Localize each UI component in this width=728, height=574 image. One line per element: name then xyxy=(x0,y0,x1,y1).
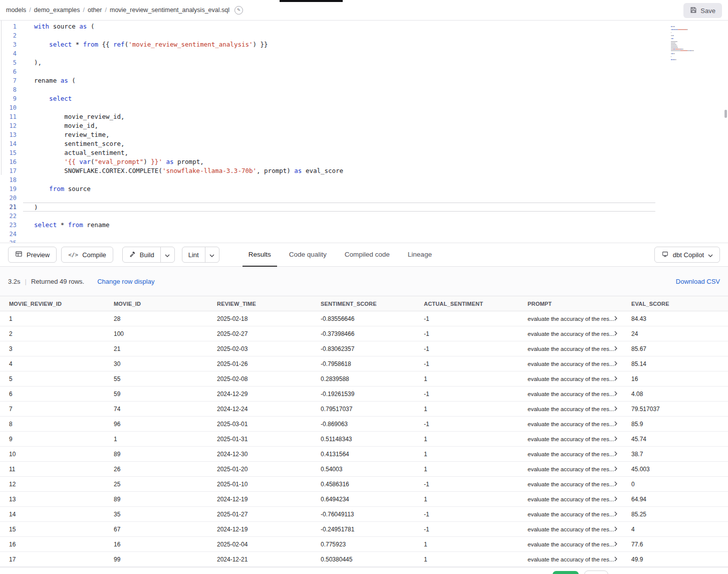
code-line[interactable] xyxy=(34,212,728,221)
column-header[interactable]: EVAL_SCORE xyxy=(622,296,728,311)
expand-cell-icon[interactable] xyxy=(614,330,617,337)
table-row[interactable]: 15672024-12-19-0.24951781-1evaluate the … xyxy=(0,522,728,537)
expand-cell-icon[interactable] xyxy=(614,526,617,533)
table-row[interactable]: 17992024-12-210.503804451evaluate the ac… xyxy=(0,552,728,567)
table-row[interactable]: 8962025-03-01-0.869063-1evaluate the acc… xyxy=(0,417,728,432)
expand-cell-icon[interactable] xyxy=(614,391,617,398)
table-row[interactable]: 3212025-02-03-0.83062357-1evaluate the a… xyxy=(0,341,728,356)
code-line[interactable]: ), xyxy=(34,58,728,67)
breadcrumb-demo-examples[interactable]: demo_examples xyxy=(34,7,80,14)
expand-cell-icon[interactable] xyxy=(614,481,617,488)
breadcrumb-models[interactable]: models xyxy=(6,7,26,14)
code-line[interactable] xyxy=(34,230,728,239)
code-line[interactable] xyxy=(34,239,728,243)
table-row[interactable]: 11262025-01-200.540031evaluate the accur… xyxy=(0,462,728,477)
expand-cell-icon[interactable] xyxy=(614,406,617,413)
expand-cell-icon[interactable] xyxy=(614,541,617,548)
code-line[interactable] xyxy=(34,175,728,184)
column-header[interactable]: REVIEW_TIME xyxy=(208,296,312,311)
footer-button[interactable] xyxy=(584,570,608,574)
line-number: 10 xyxy=(0,103,17,112)
code-editor[interactable]: 1234567891011121314151617181920212223242… xyxy=(0,21,728,243)
editor-minimap[interactable] xyxy=(671,23,721,60)
table-row[interactable]: 13892024-12-190.64942341evaluate the acc… xyxy=(0,492,728,507)
expand-cell-icon[interactable] xyxy=(614,451,617,458)
tab-code-quality[interactable]: Code quality xyxy=(283,243,333,267)
column-header[interactable]: PROMPT xyxy=(519,296,622,311)
code-line[interactable]: select * from rename xyxy=(34,221,728,230)
table-row[interactable]: 5552025-02-080.28395881evaluate the accu… xyxy=(0,371,728,387)
code-line[interactable]: ) xyxy=(23,203,655,212)
cell: 1 xyxy=(415,537,519,552)
code-line[interactable]: rename as ( xyxy=(34,76,728,85)
table-row[interactable]: 14352025-01-27-0.76049113-1evaluate the … xyxy=(0,507,728,522)
column-header[interactable]: ACTUAL_SENTIMENT xyxy=(415,296,519,311)
cell: -0.7958618 xyxy=(312,356,415,371)
table-row[interactable]: 912025-01-310.511483431evaluate the accu… xyxy=(0,432,728,447)
change-row-display-link[interactable]: Change row display xyxy=(97,278,154,285)
code-line[interactable] xyxy=(34,31,728,40)
column-header[interactable]: SENTIMENT_SCORE xyxy=(312,296,415,311)
table-row[interactable]: 7742024-12-240.795170371evaluate the acc… xyxy=(0,402,728,417)
expand-cell-icon[interactable] xyxy=(614,345,617,352)
expand-cell-icon[interactable] xyxy=(614,360,617,367)
tab-results[interactable]: Results xyxy=(242,243,277,267)
cell: 100 xyxy=(105,326,208,341)
code-line[interactable]: movie_id, xyxy=(34,121,728,130)
tab-lineage[interactable]: Lineage xyxy=(402,243,438,267)
lint-button[interactable]: Lint xyxy=(182,247,205,262)
code-line[interactable]: review_time, xyxy=(34,130,728,139)
editor-code-lines[interactable]: with source as ( select * from {{ ref('m… xyxy=(23,22,728,243)
table-row[interactable]: 16162025-02-040.7759231evaluate the accu… xyxy=(0,537,728,552)
code-line[interactable] xyxy=(34,194,728,203)
footer-status-pill[interactable] xyxy=(553,571,579,574)
expand-cell-icon[interactable] xyxy=(614,421,617,428)
tab-compiled-code[interactable]: Compiled code xyxy=(339,243,396,267)
code-line[interactable]: SNOWFLAKE.CORTEX.COMPLETE('snowflake-lla… xyxy=(34,166,728,175)
code-line[interactable]: movie_review_id, xyxy=(34,112,728,121)
download-csv-link[interactable]: Download CSV xyxy=(676,278,720,285)
expand-cell-icon[interactable] xyxy=(614,436,617,443)
editor-scrollbar[interactable] xyxy=(724,110,727,118)
code-line[interactable]: '{{ var("eval_prompt") }}' as prompt, xyxy=(34,157,728,166)
cell: 35 xyxy=(105,507,208,522)
code-line[interactable] xyxy=(34,67,728,76)
table-row[interactable]: 12252025-01-100.4586316-1evaluate the ac… xyxy=(0,477,728,492)
code-line[interactable] xyxy=(34,85,728,94)
lint-dropdown-button[interactable] xyxy=(205,247,219,262)
save-button[interactable]: Save xyxy=(683,3,722,18)
expand-cell-icon[interactable] xyxy=(614,556,617,563)
compile-button[interactable]: </> Compile xyxy=(61,247,113,263)
code-line[interactable]: actual_sentiment, xyxy=(34,148,728,157)
expand-cell-icon[interactable] xyxy=(614,375,617,382)
hammer-icon xyxy=(129,251,136,259)
code-line[interactable]: from source xyxy=(34,184,728,194)
breadcrumb-filename[interactable]: movie_review_sentiment_analysis_eval.sql xyxy=(110,7,229,14)
code-line[interactable] xyxy=(34,49,728,58)
status-divider: | xyxy=(25,278,27,285)
table-row[interactable]: 6592024-12-29-0.19261539-1evaluate the a… xyxy=(0,387,728,402)
preview-button[interactable]: Preview xyxy=(8,247,57,263)
table-row[interactable]: 4302025-01-26-0.7958618-1evaluate the ac… xyxy=(0,356,728,371)
code-line[interactable]: sentiment_score, xyxy=(34,139,728,148)
expand-cell-icon[interactable] xyxy=(614,511,617,518)
edit-icon[interactable]: ✎ xyxy=(234,6,243,15)
dbt-copilot-button[interactable]: dbt Copilot xyxy=(654,247,720,263)
code-line[interactable]: select xyxy=(34,94,728,103)
table-row[interactable]: 21002025-02-27-0.37398466-1evaluate the … xyxy=(0,326,728,341)
code-line[interactable]: select * from {{ ref('movie_review_senti… xyxy=(34,40,728,49)
expand-cell-icon[interactable] xyxy=(614,466,617,473)
code-line[interactable]: with source as ( xyxy=(34,22,728,31)
breadcrumb-other[interactable]: other xyxy=(88,7,102,14)
expand-cell-icon[interactable] xyxy=(614,496,617,503)
eval-score-cell: 84.43 xyxy=(622,311,728,326)
column-header[interactable]: MOVIE_ID xyxy=(105,296,208,311)
cell: 25 xyxy=(105,477,208,492)
table-row[interactable]: 10892024-12-300.41315641evaluate the acc… xyxy=(0,447,728,462)
code-line[interactable] xyxy=(34,103,728,112)
column-header[interactable]: MOVIE_REVIEW_ID xyxy=(0,296,105,311)
build-button[interactable]: Build xyxy=(123,247,160,262)
build-dropdown-button[interactable] xyxy=(161,247,174,262)
expand-cell-icon[interactable] xyxy=(614,315,617,322)
table-row[interactable]: 1282025-02-18-0.83556646-1evaluate the a… xyxy=(0,311,728,326)
